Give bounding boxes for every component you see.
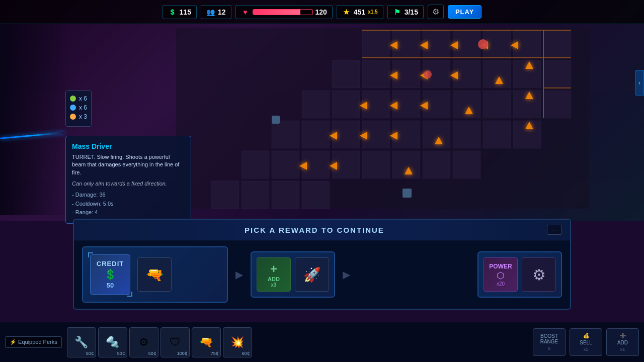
boost-range-label: BOOSTRANGE: [540, 333, 558, 344]
svg-marker-62: [390, 132, 397, 140]
credit-icon: 💲: [104, 268, 117, 281]
health-fill: [253, 10, 300, 15]
perk-item-6[interactable]: 💥 60₵: [223, 327, 252, 357]
power-sublabel: x20: [497, 281, 505, 287]
svg-rect-30: [423, 121, 450, 148]
sell-icon: 💰: [583, 333, 589, 338]
svg-rect-1: [362, 30, 390, 58]
svg-rect-26: [302, 121, 330, 148]
svg-marker-61: [360, 132, 367, 140]
perk-item-1[interactable]: 🔧 50₵: [67, 327, 96, 357]
health-bar: [253, 9, 313, 15]
svg-rect-29: [392, 121, 420, 148]
add-value: x1: [620, 347, 625, 352]
svg-marker-56: [450, 71, 458, 79]
svg-marker-65: [495, 76, 503, 84]
star-icon: ★: [342, 8, 351, 17]
add-label-bottom: ADD: [617, 340, 628, 345]
svg-rect-3: [423, 30, 450, 58]
reward-option-power[interactable]: POWER ⬡ x20 ⚙: [477, 251, 562, 298]
perk-icon-2: 🔩: [106, 336, 119, 349]
stars-multiplier: x1.5: [368, 9, 377, 15]
sell-button[interactable]: 💰 SELL x1: [570, 328, 602, 356]
perk-item-4[interactable]: 🛡 100₵: [160, 327, 190, 357]
health-value: 120: [315, 8, 327, 16]
tooltip-subtitle: TURRET. Slow firing. Shoots a powerful b…: [72, 153, 185, 176]
svg-rect-77: [403, 189, 412, 198]
minimize-button[interactable]: —: [547, 225, 562, 235]
svg-rect-41: [453, 151, 480, 178]
power-icon: ⬡: [497, 270, 505, 281]
hud-bar: $ 115 👥 12 ♥ 120 ★ 451 x1.5 ⚑ 3/15 ⚙ PLA…: [0, 0, 644, 24]
bottom-bar: ⚡ Equipped Perks 🔧 50₵ 🔩 50₵ ⚙ 50₵ 🛡 100…: [0, 322, 644, 362]
svg-rect-7: [543, 30, 571, 58]
corner-br: [127, 292, 132, 297]
svg-rect-43: [242, 181, 269, 209]
corner-tl: [88, 252, 93, 257]
perk-item-3[interactable]: ⚙ 50₵: [129, 327, 158, 357]
reward-title: PICK A REWARD TO CONTINUE: [82, 226, 547, 234]
tooltip-damage: - Damage: 36: [72, 191, 185, 200]
add-sublabel: x3: [271, 282, 276, 288]
svg-rect-33: [513, 121, 541, 148]
svg-marker-64: [330, 162, 337, 170]
reward-option-credit[interactable]: CREDIT 💲 50 🔫: [82, 246, 228, 303]
boost-range-button[interactable]: BOOSTRANGE 5: [533, 328, 566, 356]
svg-rect-38: [362, 151, 390, 178]
perk-item-2[interactable]: 🔩 50₵: [98, 327, 127, 357]
play-button[interactable]: PLAY: [448, 5, 481, 19]
svg-rect-10: [392, 60, 420, 88]
svg-rect-27: [332, 121, 360, 148]
svg-point-75: [424, 70, 432, 78]
sell-value: x1: [584, 347, 589, 352]
item-row-2: x 6: [70, 104, 87, 111]
svg-rect-76: [272, 116, 280, 124]
perk-cost-1: 50₵: [86, 351, 94, 356]
boost-range-value: 5: [548, 346, 550, 351]
svg-marker-47: [420, 41, 428, 49]
reward-panel: PICK A REWARD TO CONTINUE — CREDIT 💲 50 …: [73, 219, 571, 310]
svg-rect-11: [423, 60, 450, 88]
svg-marker-60: [330, 132, 337, 140]
svg-rect-17: [332, 90, 360, 118]
perk-item-5[interactable]: 🔫 75₵: [192, 327, 221, 357]
svg-rect-15: [543, 60, 571, 88]
svg-rect-34: [242, 151, 269, 178]
tooltip-range: - Range: 4: [72, 208, 185, 217]
svg-rect-31: [453, 121, 480, 148]
perk-cost-2: 50₵: [117, 351, 125, 356]
settings-icon: ⚙: [432, 8, 439, 16]
perk-cost-4: 100₵: [177, 351, 188, 356]
people-icon: 👥: [206, 8, 215, 17]
svg-point-74: [478, 39, 488, 49]
svg-rect-5: [483, 30, 511, 58]
currency-value: 115: [180, 8, 191, 16]
svg-marker-54: [390, 71, 397, 79]
item-box-2: 🚀: [295, 257, 329, 292]
svg-rect-37: [332, 151, 360, 178]
settings-button[interactable]: ⚙: [428, 5, 444, 19]
heart-icon: ♥: [241, 8, 250, 17]
svg-marker-67: [435, 137, 443, 144]
svg-marker-66: [465, 107, 473, 114]
credit-option-inner: CREDIT 💲 50: [88, 252, 132, 297]
reward-option-add[interactable]: + ADD x3 🚀: [251, 251, 335, 298]
item-dot-2: [70, 105, 76, 111]
svg-marker-58: [390, 102, 397, 110]
svg-rect-28: [362, 121, 390, 148]
add-box: + ADD x3: [257, 257, 291, 292]
svg-rect-12: [453, 60, 480, 88]
item-count-2: x 6: [79, 104, 87, 111]
svg-marker-55: [420, 71, 428, 79]
side-tab[interactable]: ›: [635, 70, 644, 96]
wave-value: 3/15: [405, 8, 418, 16]
add-button[interactable]: ➕ ADD x1: [606, 328, 639, 356]
item-icon-1: 🔫: [146, 266, 164, 283]
tooltip-cooldown: - Cooldown: 5.0s: [72, 200, 185, 209]
svg-rect-40: [423, 151, 450, 178]
svg-rect-19: [392, 90, 420, 118]
gear-box: ⚙: [522, 257, 556, 292]
perk-icon-5: 🔫: [199, 336, 213, 349]
tooltip-stats: - Damage: 36 - Cooldown: 5.0s - Range: 4: [72, 191, 185, 217]
svg-rect-20: [423, 90, 450, 118]
